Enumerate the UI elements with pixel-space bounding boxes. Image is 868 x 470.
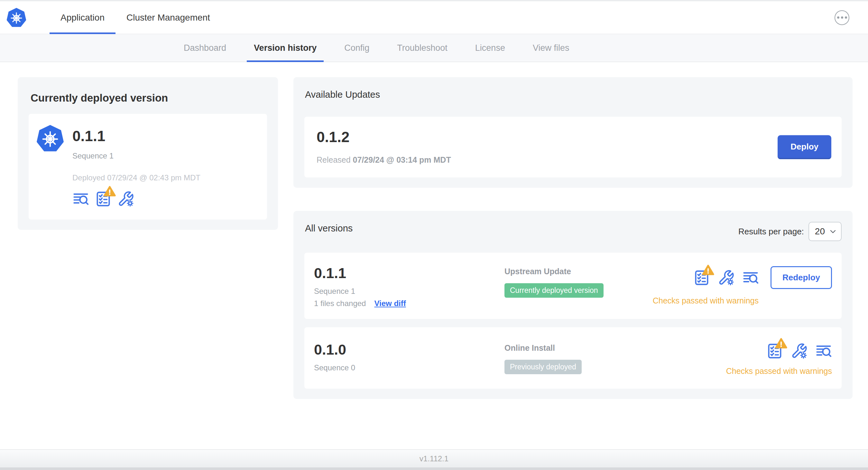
app-header: Application Cluster Management [0,1,868,34]
deployed-timestamp: Deployed 07/29/24 @ 02:43 pm MDT [72,173,200,182]
preflight-checks-warning-icon[interactable] [95,191,112,207]
files-changed-label: 1 files changed [314,299,366,308]
currently-deployed-badge: Currently deployed version [504,283,603,298]
header-tab-label: Application [60,12,104,23]
checks-status-text: Checks passed with warnings [726,367,832,376]
row-sequence: Sequence 0 [314,363,504,372]
tab-label: License [475,43,505,53]
tab-troubleshoot[interactable]: Troubleshoot [390,34,455,62]
row-source-label: Upstream Update [504,267,653,276]
tab-label: View files [533,43,569,53]
all-versions-title: All versions [304,221,353,234]
tab-label: Version history [254,43,317,53]
ellipsis-dot [841,16,843,19]
warning-triangle-icon [103,186,116,197]
chevron-down-icon [830,230,836,233]
preflight-checks-warning-icon[interactable] [766,343,783,360]
edit-config-icon[interactable] [791,343,808,360]
update-released-line: Released 07/29/24 @ 03:14 pm MDT [317,155,831,165]
ellipsis-dot [845,16,847,19]
row-version-number: 0.1.0 [314,341,504,358]
all-versions-card: All versions Results per page: 20 0.1.1 … [293,211,852,399]
header-tab-label: Cluster Management [126,12,210,23]
version-row-0-1-1: 0.1.1 Sequence 1 1 files changed View di… [304,253,842,319]
admin-console-footer: v1.112.1 [0,449,868,467]
view-logs-icon[interactable] [815,343,832,360]
view-diff-link[interactable]: View diff [374,299,406,308]
previously-deployed-badge: Previously deployed [504,360,582,374]
deployed-version-number: 0.1.1 [72,125,200,147]
row-sequence: Sequence 1 [314,287,504,296]
tab-label: Dashboard [184,43,226,53]
kubernetes-logo-icon [6,8,26,28]
tab-license[interactable]: License [468,34,512,62]
tab-view-files[interactable]: View files [526,34,577,62]
view-logs-icon[interactable] [742,269,759,286]
deployed-version-panel: 0.1.1 Sequence 1 Deployed 07/29/24 @ 02:… [29,114,267,220]
results-per-page-label: Results per page: [738,227,804,237]
released-label: Released [317,155,351,164]
released-timestamp: 07/29/24 @ 03:14 pm MDT [353,155,451,164]
tab-label: Config [344,43,369,53]
currently-deployed-title: Currently deployed version [29,88,267,104]
warning-triangle-icon [702,264,715,276]
edit-config-icon[interactable] [117,191,134,207]
view-logs-icon[interactable] [72,191,89,207]
currently-deployed-card: Currently deployed version 0.1.1 Sequenc… [18,77,278,230]
tab-config[interactable]: Config [337,34,376,62]
tab-version-history[interactable]: Version history [247,34,324,62]
kubernetes-logo [6,1,26,34]
more-menu-button[interactable] [835,10,849,25]
checks-status-text: Checks passed with warnings [653,296,758,305]
preflight-checks-warning-icon[interactable] [693,269,710,286]
results-per-page-value: 20 [815,226,825,237]
update-version-number: 0.1.2 [317,128,831,146]
main-content: Currently deployed version 0.1.1 Sequenc… [0,62,868,449]
row-source-label: Online Install [504,343,726,352]
application-subnav: Dashboard Version history Config Trouble… [0,34,868,62]
version-row-0-1-0: 0.1.0 Sequence 0 Online Install Previous… [304,327,842,389]
results-per-page-select[interactable]: 20 [808,222,842,241]
console-version: v1.112.1 [420,454,448,463]
available-updates-card: Available Updates 0.1.2 Released 07/29/2… [293,77,852,188]
row-version-number: 0.1.1 [314,265,504,281]
warning-triangle-icon [775,338,787,349]
tab-dashboard[interactable]: Dashboard [177,34,233,62]
kubernetes-app-icon [36,125,64,207]
available-update-row: 0.1.2 Released 07/29/24 @ 03:14 pm MDT D… [304,117,842,177]
edit-config-icon[interactable] [718,269,735,286]
header-tab-application[interactable]: Application [50,1,116,34]
redeploy-button[interactable]: Redeploy [771,266,832,289]
deploy-button[interactable]: Deploy [778,135,831,159]
tab-label: Troubleshoot [397,43,447,53]
window-bottom-edge [0,467,868,470]
ellipsis-dot [837,16,839,19]
deployed-sequence: Sequence 1 [72,152,200,160]
header-tab-cluster-management[interactable]: Cluster Management [116,1,221,34]
available-updates-title: Available Updates [304,88,842,100]
